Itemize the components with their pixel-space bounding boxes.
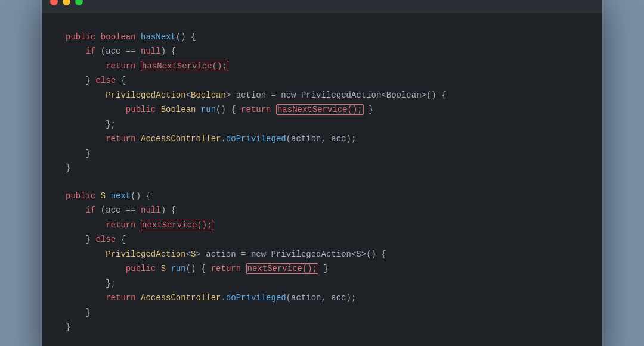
code-line-4: } else {: [66, 73, 578, 88]
code-line-10: }: [66, 161, 578, 176]
code-window: public boolean hasNext() { if (acc == nu…: [42, 0, 602, 346]
titlebar: [42, 0, 602, 13]
code-line-12: if (acc == null) {: [66, 203, 578, 218]
code-line-11: public S next() {: [66, 189, 578, 204]
code-line-20: }: [66, 320, 578, 335]
highlight-nextService-2: nextService();: [246, 263, 319, 274]
code-line-8: return AccessController.doPrivileged(act…: [66, 132, 578, 146]
code-line-17: };: [66, 276, 578, 291]
code-line-15: PrivilegedAction<S> action = new Privile…: [66, 247, 578, 262]
highlight-hasNextService-2: hasNextService();: [276, 104, 364, 115]
code-line-7: };: [66, 117, 578, 132]
code-line-18: return AccessController.doPrivileged(act…: [66, 291, 578, 306]
code-line-5: PrivilegedAction<Boolean> action = new P…: [66, 88, 578, 103]
maximize-button[interactable]: [75, 0, 83, 5]
code-line-9: }: [66, 146, 578, 161]
highlight-hasNextService-1: hasNextService();: [141, 61, 228, 71]
code-line-1: public boolean hasNext() {: [66, 30, 578, 45]
code-line-13: return nextService();: [66, 218, 578, 233]
code-editor: public boolean hasNext() { if (acc == nu…: [42, 13, 602, 347]
highlight-nextService-1: nextService();: [141, 220, 213, 230]
code-line-14: } else {: [66, 232, 578, 247]
minimize-button[interactable]: [63, 0, 70, 5]
code-line-16: public S run() { return nextService(); }: [66, 261, 578, 276]
code-line-19: }: [66, 306, 578, 320]
code-line-6: public Boolean run() { return hasNextSer…: [66, 102, 578, 117]
close-button[interactable]: [50, 0, 58, 5]
code-line-3: return hasNextService();: [66, 59, 578, 74]
code-line-2: if (acc == null) {: [66, 44, 578, 59]
